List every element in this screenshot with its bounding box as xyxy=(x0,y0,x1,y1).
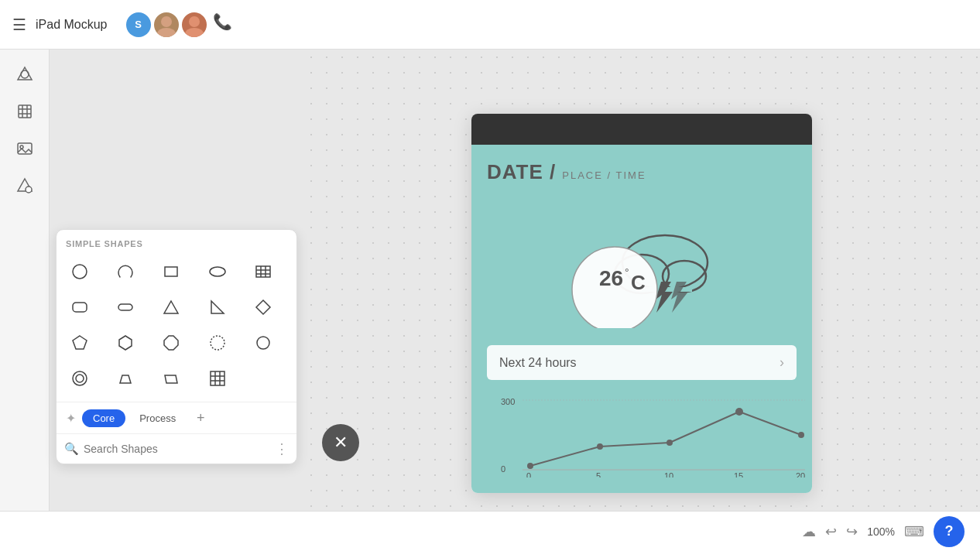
chart-area: 300 0 xyxy=(487,386,797,493)
svg-marker-35 xyxy=(120,375,131,383)
svg-marker-36 xyxy=(165,375,177,383)
svg-marker-29 xyxy=(119,336,132,350)
shape-hexagon[interactable] xyxy=(108,326,142,360)
keyboard-icon[interactable]: ⌨ xyxy=(904,523,924,540)
search-icon: 🔍 xyxy=(64,442,79,456)
svg-text:C: C xyxy=(631,271,646,294)
menu-icon[interactable]: ☰ xyxy=(12,15,26,34)
image-tool-icon[interactable] xyxy=(9,133,40,164)
collaborators: S 📞 xyxy=(126,12,232,37)
place-time-text: PLACE / TIME xyxy=(562,169,646,181)
help-button[interactable]: ? xyxy=(934,516,965,547)
shape-arc[interactable] xyxy=(108,255,142,289)
svg-text:5: 5 xyxy=(596,471,601,477)
shape-rounded-rect[interactable] xyxy=(63,290,97,324)
shapes-panel-wrapper: SIMPLE SHAPES xyxy=(50,50,303,511)
tab-add-button[interactable]: + xyxy=(190,407,211,429)
cloud-icon[interactable]: ☁ xyxy=(802,523,816,540)
more-options-icon[interactable]: ⋮ xyxy=(275,440,289,457)
weather-svg: 26 ° C xyxy=(541,208,742,328)
svg-marker-30 xyxy=(164,336,178,350)
svg-point-2 xyxy=(189,16,200,27)
svg-rect-23 xyxy=(73,303,87,312)
shape-stadium[interactable] xyxy=(108,290,142,324)
svg-marker-27 xyxy=(256,300,270,314)
shape-circle-outline[interactable] xyxy=(200,326,235,360)
canvas-area[interactable]: DATE / PLACE / TIME xyxy=(303,50,980,511)
avatar-1[interactable] xyxy=(154,12,179,37)
next-label: Next 24 hours xyxy=(499,356,577,370)
document-title: iPad Mockup xyxy=(36,18,108,32)
svg-rect-24 xyxy=(118,304,132,310)
shape-empty xyxy=(246,361,280,395)
shape-right-triangle[interactable] xyxy=(200,290,235,324)
tab-core[interactable]: Core xyxy=(82,409,125,427)
shapes-tool-icon[interactable] xyxy=(9,59,40,90)
svg-point-31 xyxy=(211,336,224,350)
shape-ellipse[interactable] xyxy=(200,255,235,289)
svg-text:10: 10 xyxy=(664,471,673,477)
avatar-2[interactable] xyxy=(182,12,207,37)
shape-octagon[interactable] xyxy=(154,326,188,360)
shape-rectangle[interactable] xyxy=(154,255,188,289)
bottom-bar: ☁ ↩ ↪ 100% ⌨ ? xyxy=(0,511,980,551)
avatar-s[interactable]: S xyxy=(126,12,151,37)
svg-text:15: 15 xyxy=(734,471,743,477)
ipad-mockup: DATE / PLACE / TIME xyxy=(471,114,812,493)
close-fab[interactable]: ✕ xyxy=(322,424,359,461)
svg-point-56 xyxy=(666,440,673,446)
svg-point-58 xyxy=(798,432,804,438)
svg-point-14 xyxy=(26,187,32,193)
shape-ring[interactable] xyxy=(63,361,97,395)
svg-marker-26 xyxy=(211,301,224,313)
svg-point-33 xyxy=(73,371,87,385)
call-icon[interactable]: 📞 xyxy=(213,12,232,37)
svg-rect-6 xyxy=(19,105,31,118)
main-area: SIMPLE SHAPES xyxy=(0,50,980,511)
svg-text:0: 0 xyxy=(501,464,505,474)
weather-section: 26 ° C xyxy=(487,190,797,345)
shape-table[interactable] xyxy=(246,255,280,289)
topbar: ☰ iPad Mockup S 📞 xyxy=(0,0,980,50)
svg-point-34 xyxy=(76,375,84,382)
undo-icon[interactable]: ↩ xyxy=(825,523,837,540)
svg-point-55 xyxy=(597,443,603,450)
redo-icon[interactable]: ↪ xyxy=(846,523,858,540)
frame-tool-icon[interactable] xyxy=(9,96,40,127)
tab-icon[interactable]: ✦ xyxy=(63,408,79,429)
draw-tool-icon[interactable] xyxy=(9,170,40,201)
sidebar xyxy=(0,50,50,511)
svg-marker-46 xyxy=(656,282,673,313)
shape-circle2[interactable] xyxy=(246,326,280,360)
shape-grid[interactable] xyxy=(200,361,235,395)
svg-point-54 xyxy=(527,463,533,469)
shape-circle[interactable] xyxy=(63,255,97,289)
svg-point-15 xyxy=(73,265,87,279)
shape-diamond[interactable] xyxy=(246,290,280,324)
shape-parallelogram[interactable] xyxy=(154,361,188,395)
svg-rect-37 xyxy=(211,371,224,385)
svg-rect-16 xyxy=(165,267,177,276)
svg-text:300: 300 xyxy=(501,397,515,406)
ipad-body: DATE / PLACE / TIME xyxy=(471,145,812,493)
search-bar: 🔍 ⋮ xyxy=(57,433,296,464)
svg-point-3 xyxy=(185,28,204,37)
svg-point-32 xyxy=(257,337,269,349)
shape-pentagon[interactable] xyxy=(63,326,97,360)
zoom-level: 100% xyxy=(867,525,895,538)
svg-point-1 xyxy=(157,28,176,37)
date-text: DATE / xyxy=(487,160,556,184)
shape-trapezoid[interactable] xyxy=(108,361,142,395)
svg-point-0 xyxy=(161,16,172,27)
shapes-grid xyxy=(57,255,296,402)
svg-point-5 xyxy=(21,70,29,78)
svg-marker-25 xyxy=(164,301,178,313)
shape-triangle[interactable] xyxy=(154,290,188,324)
svg-text:26: 26 xyxy=(599,266,623,290)
next-arrow-icon[interactable]: › xyxy=(780,354,784,371)
svg-point-57 xyxy=(735,408,743,416)
search-input[interactable] xyxy=(84,443,270,455)
svg-rect-18 xyxy=(256,266,270,277)
next-24-bar[interactable]: Next 24 hours › xyxy=(487,345,797,380)
tab-process[interactable]: Process xyxy=(128,409,187,427)
